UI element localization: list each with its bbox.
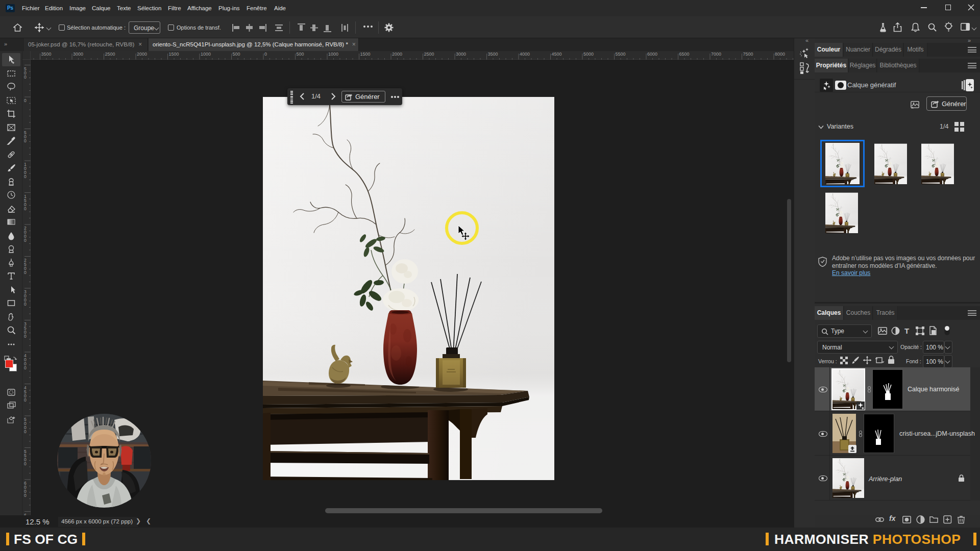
- svg-text:0: 0: [24, 429, 27, 434]
- svg-text:7000: 7000: [711, 52, 721, 57]
- svg-text:2000: 2000: [137, 52, 147, 57]
- svg-text:3000: 3000: [73, 52, 83, 57]
- svg-text:0: 0: [24, 365, 27, 370]
- svg-text:4500: 4500: [552, 52, 562, 57]
- svg-text:1000: 1000: [201, 52, 211, 57]
- svg-text:3000: 3000: [456, 52, 466, 57]
- svg-text:0: 0: [24, 302, 27, 307]
- svg-text:0: 0: [24, 238, 27, 243]
- svg-text:1000: 1000: [328, 52, 338, 57]
- svg-text:0: 0: [24, 138, 27, 143]
- svg-text:2500: 2500: [105, 52, 115, 57]
- svg-text:5000: 5000: [583, 52, 594, 57]
- svg-text:500: 500: [297, 52, 304, 57]
- svg-text:0: 0: [24, 493, 27, 498]
- svg-text:0: 0: [24, 74, 27, 80]
- svg-text:8000: 8000: [775, 52, 785, 57]
- svg-text:0: 0: [24, 270, 27, 275]
- svg-text:0: 0: [24, 334, 27, 339]
- svg-text:1500: 1500: [169, 52, 179, 57]
- svg-text:2500: 2500: [424, 52, 434, 57]
- svg-text:2000: 2000: [392, 52, 402, 57]
- svg-text:0: 0: [24, 461, 27, 466]
- svg-text:0: 0: [24, 397, 27, 403]
- svg-text:5500: 5500: [616, 52, 626, 57]
- svg-text:3500: 3500: [488, 52, 498, 57]
- svg-text:7500: 7500: [743, 52, 753, 57]
- svg-text:0: 0: [24, 174, 27, 179]
- svg-text:4000: 4000: [520, 52, 530, 57]
- svg-text:0: 0: [264, 52, 267, 57]
- svg-text:0: 0: [24, 98, 27, 103]
- svg-text:500: 500: [233, 52, 240, 57]
- svg-text:3500: 3500: [41, 52, 52, 57]
- svg-text:6000: 6000: [647, 52, 657, 57]
- svg-text:1500: 1500: [360, 52, 371, 57]
- svg-text:0: 0: [24, 206, 27, 211]
- svg-text:6500: 6500: [679, 52, 690, 57]
